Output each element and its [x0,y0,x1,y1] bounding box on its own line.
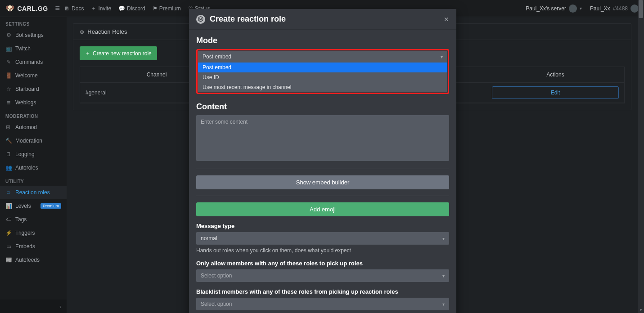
scrollbar[interactable]: ▲ ▼ [638,0,644,313]
emoji-icon: ☺ [5,189,12,196]
role-icon: 👥 [5,165,12,171]
modal-body: Mode Post embed ▾ Post embed Use ID Use … [189,30,456,313]
select-caret-icon: ▾ [441,54,443,59]
sidebar-item-commands[interactable]: ✎Commands [0,55,67,69]
server-avatar [569,4,577,13]
scroll-down-icon[interactable]: ▼ [639,308,643,312]
star-icon: ☆ [5,86,12,92]
twitch-icon: 📺 [5,45,12,52]
sidebar-item-moderation[interactable]: 🔨Moderation [0,134,67,148]
blacklist-placeholder: Select option [201,301,232,307]
divider [196,169,449,169]
mode-label: Mode [196,36,449,45]
trigger-icon: ⚡ [5,230,12,236]
message-type-help: Hands out roles when you click on them, … [196,247,449,254]
file-icon: 🗎 [64,5,70,12]
mode-option-post-embed[interactable]: Post embed [198,63,447,72]
modal-header: ☹ Create reaction role ✕ [189,9,456,30]
mode-select-highlighted: Post embed ▾ Post embed Use ID Use most … [196,49,449,94]
cell-actions: Edit [486,83,624,103]
sidebar-item-starboard[interactable]: ☆Starboard [0,82,67,96]
sidebar-item-levels[interactable]: 📊LevelsPremium [0,199,67,213]
sidebar-item-autofeeds[interactable]: 📰Autofeeds [0,253,67,267]
plus-icon: ＋ [85,49,90,57]
edit-button[interactable]: Edit [492,86,619,99]
sidebar-item-reactionroles[interactable]: ☺Reaction roles [0,186,67,199]
sidebar-item-weblogs[interactable]: ≣Weblogs [0,96,67,109]
blacklist-label: Blacklist members with any of these role… [196,288,449,295]
plus-icon: ＋ [91,4,96,12]
hamburger-icon[interactable]: ≡ [55,4,60,13]
mode-option-use-id[interactable]: Use ID [198,72,447,82]
sidebar-item-autoroles[interactable]: 👥Autoroles [0,161,67,174]
nav-right: Paul_Xx's server ▾ Paul_Xx #4488 [526,4,639,13]
content-textarea[interactable] [196,115,449,161]
brand-text: CARL.GG [18,5,48,12]
wand-icon: ✎ [5,59,12,65]
nav-docs[interactable]: 🗎Docs [64,5,84,12]
page-title: Reaction Roles [87,28,127,35]
col-actions: Actions [486,67,624,82]
chevron-down-icon: ▾ [580,6,582,11]
whitelist-placeholder: Select option [201,273,232,279]
user-tag: #4488 [613,5,628,12]
whitelist-label: Only allow members with any of these rol… [196,260,449,267]
modal-title: Create reaction role [210,14,286,24]
blacklist-select[interactable]: Select option ▾ [196,298,449,310]
sidebar-section-settings: SETTINGS [0,17,67,28]
chevron-left-icon: ‹ [59,303,61,310]
carl-icon: 🐶 [5,4,15,13]
premium-badge: Premium [41,203,61,209]
select-caret-icon: ▾ [442,236,445,241]
sidebar-item-bot[interactable]: ⚙Bot settings [0,28,67,42]
scrollbar-thumb[interactable] [639,0,643,18]
nav-invite[interactable]: ＋Invite [91,4,111,12]
create-reaction-role-button[interactable]: ＋ Create new reaction role [80,46,157,60]
sidebar-item-embeds[interactable]: ▭Embeds [0,240,67,253]
nav-links: 🗎Docs ＋Invite 💬Discord ⚑Premium ♡Status [64,4,210,12]
sidebar-item-logging[interactable]: 🗒Logging [0,148,67,161]
sad-face-icon: ☹ [196,15,205,24]
discord-icon: 💬 [118,5,125,12]
list-icon: ≣ [5,99,12,106]
create-reaction-role-modal: ☹ Create reaction role ✕ Mode Post embed… [189,9,456,313]
flag-icon: ⚑ [153,5,158,12]
embed-icon: ▭ [5,243,12,250]
brand-logo[interactable]: 🐶 CARL.GG [5,4,48,13]
mode-options: Post embed Use ID Use most recent messag… [198,63,447,92]
add-emoji-button[interactable]: Add emoji [196,202,449,216]
user-name: Paul_Xx [590,5,610,12]
sidebar-item-welcome[interactable]: 🚪Welcome [0,69,67,82]
message-type-label: Message type [196,223,449,229]
nav-discord[interactable]: 💬Discord [118,5,145,12]
nav-premium[interactable]: ⚑Premium [153,5,181,12]
hammer-icon: 🔨 [5,138,12,144]
sidebar-section-moderation: MODERATION [0,109,67,121]
sidebar: SETTINGS ⚙Bot settings 📺Twitch ✎Commands… [0,17,67,313]
whitelist-select[interactable]: Select option ▾ [196,269,449,282]
chevron-down-icon: ▾ [442,273,445,278]
shield-icon: ⛨ [5,124,12,130]
sidebar-item-tags[interactable]: 🏷Tags [0,213,67,226]
mode-option-recent-message[interactable]: Use most recent message in channel [198,82,447,92]
content-label: Content [196,102,449,112]
chevron-down-icon: ▾ [442,302,445,307]
message-type-value: normal [201,235,217,241]
tag-icon: 🏷 [5,216,12,223]
divider [196,196,449,196]
mode-select[interactable]: Post embed ▾ [198,51,447,63]
show-embed-builder-button[interactable]: Show embed builder [196,175,449,189]
feed-icon: 📰 [5,257,12,263]
log-icon: 🗒 [5,151,12,157]
sidebar-item-triggers[interactable]: ⚡Triggers [0,226,67,240]
user-pill[interactable]: Paul_Xx #4488 [590,4,639,13]
smile-icon: ☺ [79,28,85,35]
server-selector[interactable]: Paul_Xx's server ▾ [526,4,582,13]
sidebar-item-automod[interactable]: ⛨Automod [0,121,67,134]
sidebar-section-utility: UTILITY [0,174,67,186]
sidebar-collapse[interactable]: ‹ [0,300,67,313]
sidebar-item-twitch[interactable]: 📺Twitch [0,42,67,55]
message-type-select[interactable]: normal ▾ [196,232,449,245]
close-icon[interactable]: ✕ [444,16,449,23]
door-icon: 🚪 [5,72,12,79]
